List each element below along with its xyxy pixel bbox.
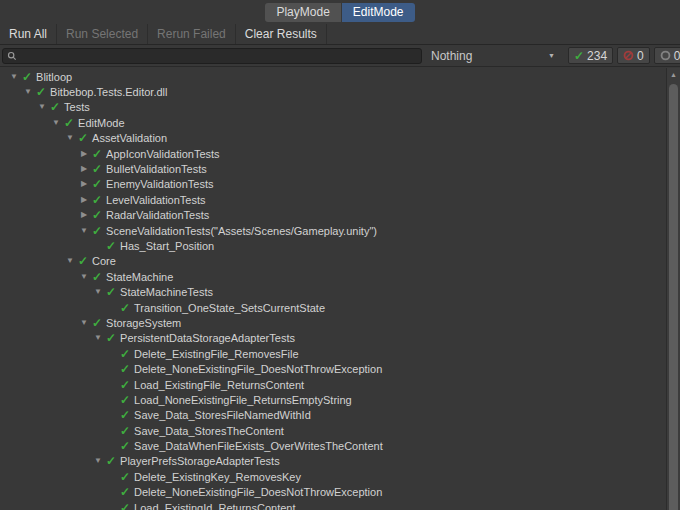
test-passed-icon: ✓ — [120, 363, 130, 375]
foldout-collapsed-icon[interactable]: ▶ — [76, 196, 92, 204]
test-name-label: SceneValidationTests("Assets/Scenes/Game… — [106, 225, 377, 237]
failed-count: 0 — [637, 49, 644, 63]
tree-row[interactable]: ▼✓Core — [0, 254, 680, 269]
tree-row[interactable]: ▼✓SceneValidationTests("Assets/Scenes/Ga… — [0, 223, 680, 238]
test-passed-icon: ✓ — [92, 225, 102, 237]
test-name-label: Load_NoneExistingFile_ReturnsEmptyString — [134, 394, 352, 406]
test-passed-icon: ✓ — [36, 86, 46, 98]
foldout-expanded-icon[interactable]: ▼ — [76, 319, 92, 327]
test-name-label: RadarValidationTests — [106, 209, 209, 221]
test-passed-icon: ✓ — [120, 348, 130, 360]
tree-row[interactable]: ✓Delete_ExistingFile_RemovesFile — [0, 346, 680, 361]
chevron-down-icon: ▼ — [548, 52, 555, 59]
foldout-expanded-icon[interactable]: ▼ — [48, 119, 64, 127]
tree-row[interactable]: ✓Save_Data_StoresTheContent — [0, 423, 680, 438]
tree-row[interactable]: ✓Transition_OneState_SetsCurrentState — [0, 300, 680, 315]
search-input[interactable] — [20, 49, 417, 63]
tree-row[interactable]: ▼✓Tests — [0, 100, 680, 115]
rerun-failed-button[interactable]: Rerun Failed — [148, 24, 236, 44]
tree-row[interactable]: ✓Delete_NoneExistingFile_DoesNotThrowExc… — [0, 485, 680, 500]
tree-row[interactable]: ▼✓Blitloop — [0, 69, 680, 84]
run-selected-button[interactable]: Run Selected — [57, 24, 148, 44]
failed-circle-slash-icon — [623, 50, 634, 61]
tree-row[interactable]: ▶✓LevelValidationTests — [0, 192, 680, 207]
foldout-expanded-icon[interactable]: ▼ — [62, 257, 78, 265]
clear-results-button[interactable]: Clear Results — [236, 24, 327, 44]
test-passed-icon: ✓ — [120, 394, 130, 406]
tree-row[interactable]: ✓Load_NoneExistingFile_ReturnsEmptyStrin… — [0, 392, 680, 407]
tree-row[interactable]: ▼✓StateMachine — [0, 269, 680, 284]
passed-count: 234 — [587, 49, 607, 63]
tree-row[interactable]: ✓Save_DataWhenFileExists_OverWritesTheCo… — [0, 438, 680, 453]
scrollbar-up-arrow-icon[interactable]: ▲ — [667, 70, 680, 80]
tree-row[interactable]: ▼✓EditMode — [0, 115, 680, 130]
test-name-label: Bitbebop.Tests.Editor.dll — [50, 86, 167, 98]
passed-check-icon: ✓ — [574, 50, 584, 62]
test-passed-icon: ✓ — [64, 117, 74, 129]
dropdown-selected-value: Nothing — [431, 49, 472, 63]
test-name-label: StateMachine — [106, 271, 173, 283]
test-passed-icon: ✓ — [22, 71, 32, 83]
test-passed-icon: ✓ — [106, 455, 116, 467]
test-name-label: Load_ExistingId_ReturnsContent — [134, 502, 295, 510]
test-name-label: PlayerPrefsStorageAdapterTests — [120, 455, 280, 467]
test-name-label: AppIconValidationTests — [106, 148, 220, 160]
test-name-label: Delete_NoneExistingFile_DoesNotThrowExce… — [134, 486, 382, 498]
vertical-scrollbar[interactable]: ▲ — [666, 68, 680, 510]
foldout-collapsed-icon[interactable]: ▶ — [76, 150, 92, 158]
foldout-expanded-icon[interactable]: ▼ — [90, 288, 106, 296]
foldout-collapsed-icon[interactable]: ▶ — [76, 180, 92, 188]
run-all-button[interactable]: Run All — [0, 24, 57, 44]
foldout-expanded-icon[interactable]: ▼ — [6, 73, 22, 81]
test-name-label: Save_DataWhenFileExists_OverWritesTheCon… — [134, 440, 383, 452]
foldout-expanded-icon[interactable]: ▼ — [76, 227, 92, 235]
foldout-collapsed-icon[interactable]: ▶ — [76, 211, 92, 219]
foldout-expanded-icon[interactable]: ▼ — [20, 88, 36, 96]
search-box[interactable] — [2, 48, 422, 64]
scrollbar-thumb[interactable] — [669, 84, 678, 510]
test-name-label: LevelValidationTests — [106, 194, 205, 206]
test-passed-icon: ✓ — [92, 163, 102, 175]
test-passed-icon: ✓ — [120, 440, 130, 452]
test-name-label: Delete_NoneExistingFile_DoesNotThrowExce… — [134, 363, 382, 375]
tree-row[interactable]: ✓Has_Start_Position — [0, 238, 680, 253]
passed-filter-button[interactable]: ✓ 234 — [568, 47, 613, 64]
tree-row[interactable]: ✓Delete_NoneExistingFile_DoesNotThrowExc… — [0, 361, 680, 376]
foldout-expanded-icon[interactable]: ▼ — [76, 273, 92, 281]
tree-row[interactable]: ✓Load_ExistingId_ReturnsContent — [0, 500, 680, 510]
tree-row[interactable]: ▶✓BulletValidationTests — [0, 161, 680, 176]
failed-filter-button[interactable]: 0 — [617, 47, 650, 64]
unity-test-runner-window: { "tabs": [ { "label": "PlayMode", "sele… — [0, 0, 680, 510]
tree-row[interactable]: ▼✓Bitbebop.Tests.Editor.dll — [0, 84, 680, 99]
foldout-expanded-icon[interactable]: ▼ — [90, 334, 106, 342]
tree-row[interactable]: ▼✓StateMachineTests — [0, 284, 680, 299]
search-icon — [7, 51, 17, 61]
tree-row[interactable]: ▶✓EnemyValidationTests — [0, 177, 680, 192]
mode-tab-bar: PlayMode EditMode — [0, 0, 680, 24]
filter-row: Nothing ▼ ✓ 234 0 0 — [0, 45, 680, 67]
test-passed-icon: ✓ — [106, 332, 116, 344]
tree-row[interactable]: ▼✓AssetValidation — [0, 131, 680, 146]
tree-row[interactable]: ▶✓AppIconValidationTests — [0, 146, 680, 161]
foldout-collapsed-icon[interactable]: ▶ — [76, 165, 92, 173]
tree-row[interactable]: ▼✓StorageSystem — [0, 315, 680, 330]
tree-row[interactable]: ▼✓PlayerPrefsStorageAdapterTests — [0, 454, 680, 469]
skipped-circle-icon — [660, 50, 671, 61]
skipped-filter-button[interactable]: 0 — [654, 47, 680, 64]
tree-row[interactable]: ▶✓RadarValidationTests — [0, 208, 680, 223]
test-name-label: AssetValidation — [92, 132, 167, 144]
test-passed-icon: ✓ — [120, 486, 130, 498]
foldout-expanded-icon[interactable]: ▼ — [62, 134, 78, 142]
tree-row[interactable]: ▼✓PersistentDataStorageAdapterTests — [0, 331, 680, 346]
foldout-expanded-icon[interactable]: ▼ — [34, 103, 50, 111]
tree-row[interactable]: ✓Load_ExistingFile_ReturnsContent — [0, 377, 680, 392]
tab-editmode[interactable]: EditMode — [342, 3, 415, 22]
test-name-label: StateMachineTests — [120, 286, 213, 298]
category-filter-dropdown[interactable]: Nothing ▼ — [422, 45, 564, 66]
test-name-label: Save_Data_StoresFileNamedWithId — [134, 409, 311, 421]
foldout-expanded-icon[interactable]: ▼ — [90, 457, 106, 465]
tab-playmode[interactable]: PlayMode — [265, 3, 340, 22]
tree-row[interactable]: ✓Save_Data_StoresFileNamedWithId — [0, 408, 680, 423]
test-name-label: Load_ExistingFile_ReturnsContent — [134, 379, 304, 391]
tree-row[interactable]: ✓Delete_ExistingKey_RemovesKey — [0, 469, 680, 484]
